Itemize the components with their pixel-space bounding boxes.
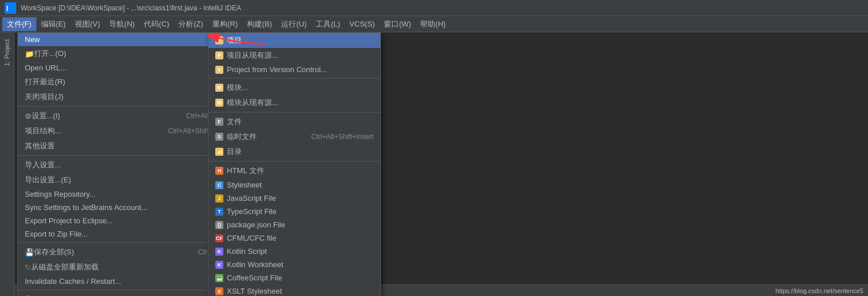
- cfml-file-icon: CF: [215, 234, 223, 242]
- file-menu-export-zip[interactable]: Export to Zip File...: [18, 227, 225, 241]
- new-kotlin-worksheet[interactable]: K Kotlin Worksheet: [208, 258, 380, 271]
- directory-icon: 📁: [215, 148, 223, 156]
- file-menu-new[interactable]: New ▶: [18, 33, 225, 46]
- file-menu-close-project[interactable]: 关闭项目(J): [18, 89, 225, 104]
- new-kotlin-script[interactable]: K Kotlin Script: [208, 245, 380, 258]
- save-icon: 💾: [25, 248, 34, 257]
- ts-file-icon: T: [215, 208, 223, 216]
- kotlin-worksheet-icon: K: [215, 261, 223, 269]
- sidebar-tab-project[interactable]: 1: Project: [2, 35, 12, 70]
- file-menu-reload[interactable]: ↻ 从磁盘全部重新加载: [18, 260, 225, 275]
- html-file-icon: H: [215, 167, 223, 175]
- file-menu-invalidate-caches[interactable]: Invalidate Caches / Restart...: [18, 275, 225, 288]
- menu-item-navigate[interactable]: 导航(N): [104, 17, 139, 31]
- file-icon: F: [215, 118, 223, 126]
- menu-item-edit[interactable]: 编辑(E): [36, 17, 70, 31]
- project-from-sources-icon: P: [215, 51, 223, 59]
- file-menu-save-all[interactable]: 💾 保存全部(S) Ctrl+S: [18, 245, 225, 260]
- separator-2: [18, 155, 225, 156]
- new-module[interactable]: M 模块...: [208, 80, 380, 95]
- vcs-icon: V: [215, 66, 223, 74]
- menu-item-file[interactable]: 文件(F): [2, 17, 36, 31]
- menu-item-code[interactable]: 代码(C): [139, 17, 174, 31]
- file-menu-open[interactable]: 📁 打开...(O): [18, 46, 225, 61]
- new-project-from-sources[interactable]: P 项目从现有源...: [208, 48, 380, 63]
- new-js-file[interactable]: J JavaScript File: [208, 192, 380, 205]
- file-menu-export-html[interactable]: 导出到 HTML...(H): [18, 292, 225, 296]
- svg-text:I: I: [6, 5, 8, 13]
- css-file-icon: C: [215, 181, 223, 189]
- open-icon: 📁: [25, 50, 34, 58]
- file-menu-dropdown: New ▶ 📁 打开...(O) Open URL... 打开最近(R) ▶ 关…: [17, 32, 225, 296]
- separator-3: [18, 242, 225, 243]
- project-icon: P: [215, 36, 223, 44]
- new-ts-file[interactable]: T TypeScript File: [208, 205, 380, 218]
- new-html-file[interactable]: H HTML 文件: [208, 163, 380, 178]
- new-sep-3: [208, 161, 380, 162]
- menu-bar: 文件(F) 编辑(E) 视图(V) 导航(N) 代码(C) 分析(Z) 重构(R…: [0, 16, 868, 32]
- settings-icon: ⚙: [25, 112, 32, 121]
- title-bar: I WorkSpace [D:\IDEA\WorkSpace] - ...\sr…: [0, 0, 868, 16]
- menu-item-help[interactable]: 帮助(H): [416, 17, 450, 31]
- menu-item-tools[interactable]: 工具(L): [311, 17, 345, 31]
- file-menu-settings-repo[interactable]: Settings Repository...: [18, 188, 225, 201]
- new-submenu: P 项目... P 项目从现有源... V Project from Versi…: [208, 32, 381, 296]
- new-scratch-file[interactable]: S 临时文件 Ctrl+Alt+Shift+Insert: [208, 129, 380, 144]
- new-module-from-sources[interactable]: M 模块从现有源...: [208, 95, 380, 110]
- new-project-from-vcs[interactable]: V Project from Version Control...: [208, 63, 380, 76]
- file-menu-import-settings[interactable]: 导入设置...: [18, 158, 225, 173]
- new-sep-1: [208, 78, 380, 78]
- new-file[interactable]: F 文件: [208, 114, 380, 129]
- menu-item-view[interactable]: 视图(V): [70, 17, 104, 31]
- new-sep-2: [208, 112, 380, 113]
- menu-item-window[interactable]: 窗口(W): [379, 17, 416, 31]
- menu-item-vcs[interactable]: VCS(S): [345, 18, 379, 30]
- menu-item-analyze[interactable]: 分析(Z): [174, 17, 208, 31]
- new-directory[interactable]: 📁 目录: [208, 144, 380, 159]
- file-menu-open-url[interactable]: Open URL...: [18, 61, 225, 74]
- js-file-icon: J: [215, 194, 223, 203]
- separator-4: [18, 290, 225, 290]
- module-icon: M: [215, 84, 223, 92]
- kotlin-script-icon: K: [215, 248, 223, 256]
- file-menu-project-structure[interactable]: 项目结构... Ctrl+Alt+Shift+S: [18, 123, 225, 138]
- separator-1: [18, 106, 225, 107]
- reload-icon: ↻: [25, 263, 31, 272]
- intellij-logo: I: [5, 2, 16, 14]
- xslt-file-icon: X: [215, 287, 223, 295]
- file-menu-export-settings[interactable]: 导出设置...(E): [18, 173, 225, 188]
- new-xslt-file[interactable]: X XSLT Stylesheet: [208, 284, 380, 296]
- file-menu-export-eclipse[interactable]: Export Project to Eclipse...: [18, 214, 225, 227]
- scratch-icon: S: [215, 133, 223, 141]
- new-coffee-file[interactable]: ☕ CoffeeScript File: [208, 271, 380, 284]
- json-file-icon: {}: [215, 221, 223, 229]
- coffee-file-icon: ☕: [215, 274, 223, 282]
- file-menu-other-settings[interactable]: 其他设置 ▶: [18, 138, 225, 153]
- new-package-json[interactable]: {} package.json File: [208, 218, 380, 231]
- new-project[interactable]: P 项目...: [208, 33, 380, 48]
- new-cfml-file[interactable]: CF CFML/CFC file: [208, 231, 380, 245]
- menu-item-run[interactable]: 运行(U): [276, 17, 311, 31]
- new-stylesheet[interactable]: C Stylesheet: [208, 178, 380, 192]
- status-url: https://blog.csdn.net/sentence5: [776, 287, 863, 294]
- module-from-sources-icon: M: [215, 99, 223, 107]
- file-menu-sync-settings[interactable]: Sync Settings to JetBrains Account...: [18, 201, 225, 214]
- sidebar-strip: 1: Project: [0, 32, 14, 296]
- file-menu-recent[interactable]: 打开最近(R) ▶: [18, 74, 225, 89]
- menu-item-refactor[interactable]: 重构(R): [208, 17, 242, 31]
- title-text: WorkSpace [D:\IDEA\WorkSpace] - ...\src\…: [21, 4, 241, 12]
- file-menu-settings[interactable]: ⚙ 设置...(I) Ctrl+Alt+S: [18, 108, 225, 123]
- menu-item-build[interactable]: 构建(B): [242, 17, 276, 31]
